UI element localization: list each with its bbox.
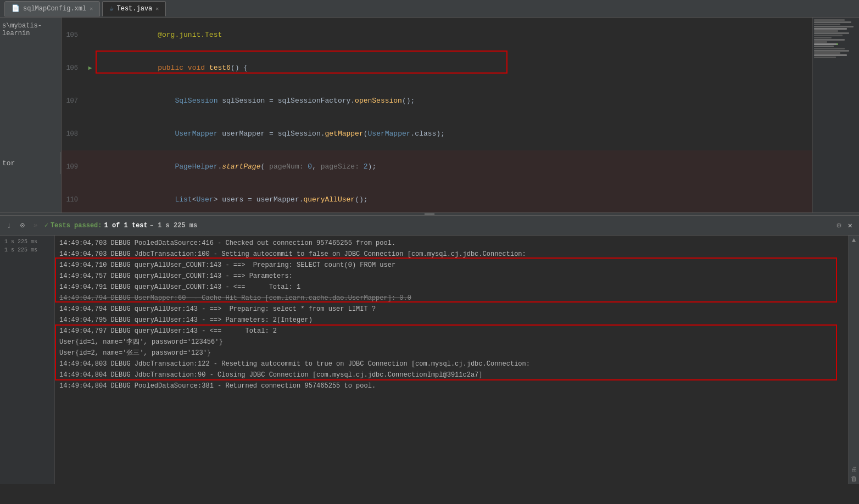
scroll-print-btn[interactable]: 🖨: [851, 466, 857, 474]
toolbar-separator: »: [34, 221, 38, 229]
log-line-1: 14:49:04,703 DEBUG PooledDataSource:416 …: [59, 238, 844, 249]
tor-label: tor: [0, 152, 61, 174]
minimap-content: [813, 18, 859, 60]
line-num-106: 106: [62, 63, 85, 74]
console-scrollbar: ▲ 🖨 🗑: [848, 236, 859, 484]
line-num-108: 108: [62, 128, 85, 139]
console-toolbar: ↓ ⊙ » ✓ Tests passed: 1 of 1 test – 1 s …: [0, 216, 859, 236]
project-sidebar: s\mybatis-learnin: [0, 18, 62, 212]
sidebar-label: s\mybatis-learnin: [2, 22, 59, 37]
java-icon: ☕: [109, 4, 113, 13]
tab-bar: 📄 sqlMapConfig.xml ✕ ☕ Test.java ✕: [0, 0, 859, 18]
check-icon: ✓: [44, 221, 48, 229]
log-line-13: 14:49:04,804 DEBUG JdbcTransaction:90 - …: [59, 369, 844, 380]
code-line-110: 110 List<User> users = userMapper.queryA…: [62, 183, 812, 212]
code-line-109: 109 PageHelper.startPage( pageNum: 0, pa…: [62, 150, 812, 183]
code-line-107: 107 SqlSession sqlSession = sqlSessionFa…: [62, 85, 812, 117]
log-line-4: 14:49:04,757 DEBUG queryAllUser_COUNT:14…: [59, 271, 844, 282]
test-result-time-2: 1 s 225 ms: [4, 247, 50, 253]
log-line-11: User{id=2, name='张三', password='123'}: [59, 348, 844, 359]
line-content-106: public void test6() {: [96, 52, 812, 85]
test-result-time-1: 1 s 225 ms: [4, 239, 50, 245]
xml-icon: 📄: [12, 4, 20, 13]
line-content-110: List<User> users = userMapper.queryAllUs…: [96, 183, 812, 212]
log-line-3: 14:49:04,710 DEBUG queryAllUser_COUNT:14…: [59, 260, 844, 271]
test-duration: – 1 s 225 ms: [150, 222, 197, 229]
test-count: 1 of 1 test: [104, 222, 148, 229]
tab-xml-label: sqlMapConfig.xml: [23, 5, 86, 13]
editor-container: s\mybatis-learnin 105 @org.junit.Test 10…: [0, 18, 859, 212]
line-content-107: SqlSession sqlSession = sqlSessionFactor…: [96, 85, 812, 117]
log-line-7: 14:49:04,794 DEBUG queryAllUser:143 - ==…: [59, 304, 844, 315]
log-line-12: 14:49:04,803 DEBUG JdbcTransaction:122 -…: [59, 359, 844, 369]
code-editor[interactable]: 105 @org.junit.Test 106 ▶ public void te…: [62, 18, 812, 212]
code-lines: 105 @org.junit.Test 106 ▶ public void te…: [62, 18, 812, 212]
console-panel: ↓ ⊙ » ✓ Tests passed: 1 of 1 test – 1 s …: [0, 216, 859, 484]
scroll-down-btn[interactable]: ↓: [4, 220, 13, 231]
line-num-109: 109: [62, 161, 85, 172]
test-results-sidebar: 1 s 225 ms 1 s 225 ms: [0, 236, 55, 484]
line-content-108: UserMapper userMapper = sqlSession.getMa…: [96, 117, 812, 150]
log-line-14: 14:49:04,804 DEBUG PooledDataSource:381 …: [59, 380, 844, 391]
log-line-9: 14:49:04,797 DEBUG queryAllUser:143 - <=…: [59, 326, 844, 337]
log-line-10: User{id=1, name='李四', password='123456'}: [59, 337, 844, 348]
log-line-8: 14:49:04,795 DEBUG queryAllUser:143 - ==…: [59, 315, 844, 326]
log-line-6: 14:49:04,794 DEBUG UserMapper:60 - Cache…: [59, 293, 844, 304]
code-line-106: 106 ▶ public void test6() {: [62, 52, 812, 85]
gutter-106: ▶: [85, 63, 96, 74]
tab-xml[interactable]: 📄 sqlMapConfig.xml ✕: [4, 1, 100, 16]
log-line-2: 14:49:04,703 DEBUG JdbcTransaction:100 -…: [59, 249, 844, 260]
minimap: [812, 18, 859, 212]
line-num-107: 107: [62, 96, 85, 107]
test-result-2: 1 s 225 ms: [2, 246, 52, 254]
console-log[interactable]: 14:49:04,703 DEBUG PooledDataSource:416 …: [55, 236, 848, 484]
tab-java-label: Test.java: [116, 5, 152, 13]
line-content-109: PageHelper.startPage( pageNum: 0, pageSi…: [96, 150, 812, 183]
scroll-view-btn[interactable]: ⊙: [18, 220, 26, 231]
tab-java[interactable]: ☕ Test.java ✕: [102, 1, 166, 16]
code-line-105: 105 @org.junit.Test: [62, 19, 812, 52]
test-result-1: 1 s 225 ms: [2, 238, 52, 246]
tab-xml-close[interactable]: ✕: [90, 5, 93, 12]
scroll-delete-btn[interactable]: 🗑: [851, 475, 857, 483]
tab-java-close[interactable]: ✕: [155, 5, 159, 12]
test-status: ✓ Tests passed: 1 of 1 test – 1 s 225 ms: [44, 221, 198, 229]
code-line-108: 108 UserMapper userMapper = sqlSession.g…: [62, 117, 812, 150]
settings-icon[interactable]: ⚙: [836, 221, 841, 230]
console-content: 1 s 225 ms 1 s 225 ms 14:49:04,703 DEBUG…: [0, 236, 859, 484]
line-num-110: 110: [62, 194, 85, 205]
run-icon-106[interactable]: ▶: [88, 63, 92, 74]
scroll-up-btn[interactable]: ▲: [852, 237, 856, 244]
test-status-label: Tests passed:: [51, 222, 102, 229]
log-line-5: 14:49:04,791 DEBUG queryAllUser_COUNT:14…: [59, 282, 844, 293]
tor-text: tor: [2, 159, 15, 167]
line-num-105: 105: [62, 30, 85, 41]
close-console-btn[interactable]: ✕: [846, 220, 855, 231]
line-content-105: @org.junit.Test: [96, 19, 812, 52]
